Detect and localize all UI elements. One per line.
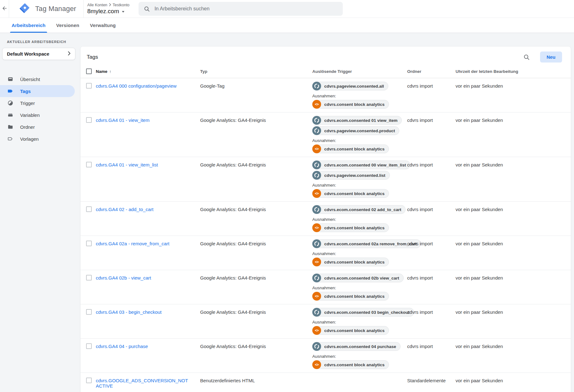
sidebar-item-overview[interactable]: Übersicht <box>0 73 75 85</box>
trigger-chip[interactable]: cdvrs.pageview.consented.all <box>312 82 388 90</box>
tag-name-link[interactable]: cdvrs.GA4 02 - add_to_cart <box>96 207 200 212</box>
trigger-chip[interactable]: <>cdvrs.consent block analytics <box>312 144 389 153</box>
exceptions-label: Ausnahmen: <box>312 251 336 256</box>
trigger-chip[interactable]: cdvrs.ecom.consented 02 add_to_cart <box>312 205 406 214</box>
sidebar-item-variables[interactable]: Variablen <box>0 109 75 121</box>
tag-folder: cdvrs import <box>407 162 456 167</box>
workspace-selector[interactable]: Default Workspace <box>2 48 75 60</box>
tag-type: Google-Tag <box>200 83 312 89</box>
pageview-trigger-icon <box>312 82 321 90</box>
new-tag-button[interactable]: Neu <box>540 52 562 63</box>
tag-manager-logo-icon <box>19 2 30 15</box>
trigger-chip[interactable]: cdvrs.ecom.consented 02a remove_from_car… <box>312 239 421 248</box>
tag-name-link[interactable]: cdvrs.GA4 02a - remove_from_cart <box>96 241 200 246</box>
trigger-chip[interactable]: <>cdvrs.consent block analytics <box>312 258 389 266</box>
sidebar-item-folders[interactable]: Ordner <box>0 121 75 133</box>
container-name[interactable]: 8mylez.com <box>87 8 119 15</box>
select-all-checkbox[interactable] <box>86 68 92 74</box>
page-title: Tags <box>87 54 98 60</box>
app-title: Tag Manager <box>35 5 76 13</box>
trigger-chip-label: cdvrs.ecom.consented 02b view_cart <box>324 276 399 280</box>
tab-versions[interactable]: Versionen <box>51 18 85 33</box>
column-header-lastedit[interactable]: Uhrzeit der letzten Bearbeitung <box>456 69 571 74</box>
account-container-switcher[interactable]: Alle Konten Testkonto 8mylez.com <box>83 0 130 18</box>
tag-name-link[interactable]: cdvrs.GA4 01 - view_item <box>96 117 200 123</box>
breadcrumb-account[interactable]: Alle Konten <box>87 3 107 7</box>
pageview-trigger-icon <box>312 274 321 282</box>
tag-name-link[interactable]: cdvrs.GA4 02b - view_cart <box>96 275 200 280</box>
column-header-triggers[interactable]: Auslösende Trigger <box>312 69 407 74</box>
last-edit-time: vor ein paar Sekunden <box>456 275 503 280</box>
tag-name-link[interactable]: cdvrs.GOOGLE_ADS_CONVERSION_NOT ACTIVE <box>96 378 200 389</box>
search-icon <box>144 6 150 12</box>
trigger-chip[interactable]: <>cdvrs.consent block analytics <box>312 292 389 301</box>
row-checkbox[interactable] <box>86 378 92 383</box>
last-edit-time: vor ein paar Sekunden <box>456 378 503 383</box>
table-row: cdvrs.GA4 04 - purchase Google Analytics… <box>80 339 571 373</box>
last-edit-time: vor ein paar Sekunden <box>456 207 503 212</box>
trigger-cell: cdvrs.ecom.consented 02a remove_from_car… <box>312 239 407 266</box>
trigger-cell: cdvrs.ecom.consented 01 view_itemcdvrs.p… <box>312 116 407 153</box>
row-checkbox[interactable] <box>86 275 92 280</box>
tag-folder: cdvrs import <box>407 83 456 89</box>
trigger-chip[interactable]: <>cdvrs.consent block analytics <box>312 189 389 198</box>
tab-workspace[interactable]: Arbeitsbereich <box>6 18 51 33</box>
tag-type: Google Analytics: GA4-Ereignis <box>200 309 312 315</box>
tab-admin[interactable]: Verwaltung <box>85 18 121 33</box>
row-checkbox[interactable] <box>86 309 92 315</box>
back-button[interactable] <box>0 0 9 18</box>
custom-event-trigger-icon: <> <box>312 100 321 109</box>
tag-type: Google Analytics: GA4-Ereignis <box>200 207 312 212</box>
trigger-chip[interactable]: cdvrs.ecom.consented 02b view_cart <box>312 274 404 282</box>
tag-type: Google Analytics: GA4-Ereignis <box>200 162 312 167</box>
tag-name-link[interactable]: cdvrs.GA4 000 configuration/pageview <box>96 83 200 89</box>
table-row: cdvrs.GA4 02 - add_to_cart Google Analyt… <box>80 202 571 236</box>
trigger-chip[interactable]: <>cdvrs.consent block analytics <box>312 326 389 335</box>
trigger-chip-label: cdvrs.consent block analytics <box>324 226 385 230</box>
column-header-type[interactable]: Typ <box>200 69 312 74</box>
primary-tabs: ArbeitsbereichVersionenVerwaltung <box>0 18 574 33</box>
row-checkbox[interactable] <box>86 241 92 246</box>
trigger-chip-label: cdvrs.consent block analytics <box>324 191 385 196</box>
table-search-icon[interactable] <box>523 54 530 61</box>
trigger-chip[interactable]: <>cdvrs.consent block analytics <box>312 360 389 369</box>
trigger-chip-label: cdvrs.pageview.consented.list <box>324 173 385 178</box>
sidebar-item-trigger[interactable]: Trigger <box>0 97 75 109</box>
row-checkbox[interactable] <box>86 206 92 212</box>
trigger-chip[interactable]: cdvrs.ecom.consented 03 begin_checkout <box>312 308 414 317</box>
tag-manager-app: Tag Manager Alle Konten Testkonto 8mylez… <box>0 0 574 392</box>
trigger-chip[interactable]: cdvrs.ecom.consented 01 view_item <box>312 116 402 125</box>
trigger-chip[interactable]: <>cdvrs.consent block analytics <box>312 100 389 109</box>
table-row: cdvrs.GA4 03 - begin_checkout Google Ana… <box>80 304 571 339</box>
trigger-chip[interactable]: cdvrs.pageview.consented.product <box>312 126 399 135</box>
trigger-chip[interactable]: cdvrs.ecom.consented 04 purchase <box>312 342 401 351</box>
sidebar-item-templates[interactable]: Vorlagen <box>0 133 75 145</box>
tag-name-link[interactable]: cdvrs.GA4 04 - purchase <box>96 344 200 349</box>
column-header-name[interactable]: Name ↑ <box>96 69 200 74</box>
row-checkbox[interactable] <box>86 162 92 167</box>
trigger-chip[interactable]: cdvrs.ecom.consented 00 view_item_list <box>312 161 410 169</box>
table-row: cdvrs.GA4 01 - view_item Google Analytic… <box>80 112 571 157</box>
tag-folder: cdvrs import <box>407 344 456 349</box>
trigger-chip[interactable]: <>cdvrs.consent block analytics <box>312 223 389 232</box>
row-checkbox[interactable] <box>86 83 92 89</box>
custom-event-trigger-icon: <> <box>312 292 321 301</box>
sidebar-item-label: Trigger <box>20 101 35 106</box>
sidebar-item-tags[interactable]: Tags <box>0 85 75 97</box>
row-checkbox[interactable] <box>86 117 92 123</box>
trigger-chip-label: cdvrs.consent block analytics <box>324 147 385 151</box>
row-checkbox[interactable] <box>86 343 92 349</box>
trigger-chip-label: cdvrs.consent block analytics <box>324 260 385 264</box>
last-edit-time: vor ein paar Sekunden <box>456 241 503 246</box>
workspace-search[interactable] <box>139 2 343 16</box>
tag-name-link[interactable]: cdvrs.GA4 03 - begin_checkout <box>96 309 200 315</box>
custom-event-trigger-icon: <> <box>312 223 321 232</box>
search-input[interactable] <box>155 6 338 12</box>
breadcrumb-container[interactable]: Testkonto <box>113 3 130 7</box>
trigger-cell: cdvrs.ecom.consented 02b view_cartAusnah… <box>312 274 407 301</box>
column-header-folder[interactable]: Ordner <box>407 69 456 74</box>
pageview-trigger-icon <box>312 205 321 214</box>
table-row: cdvrs.GA4 01 - view_item_list Google Ana… <box>80 157 571 202</box>
tag-name-link[interactable]: cdvrs.GA4 01 - view_item_list <box>96 162 200 167</box>
trigger-chip[interactable]: cdvrs.pageview.consented.list <box>312 171 390 180</box>
